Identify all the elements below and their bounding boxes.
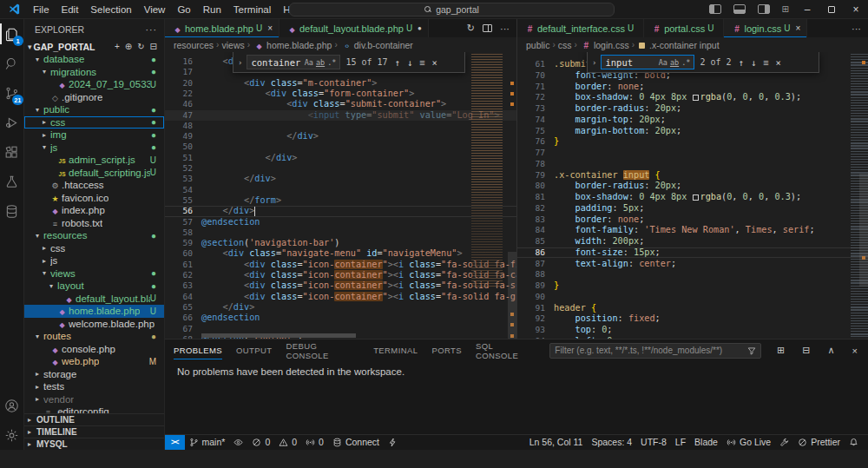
maximize-panel-icon[interactable]: ∧ (826, 345, 837, 356)
match-case-icon[interactable]: Aa (305, 58, 313, 67)
code-editor[interactable]: 16 <div class="b-container">17 nt20 <div… (165, 52, 516, 339)
file-default-layout-blade-php[interactable]: ◆default_layout.blade.phpU (24, 293, 164, 306)
scrollbar-slider[interactable] (508, 252, 516, 339)
close-find-icon[interactable]: × (774, 57, 783, 68)
file-console-php[interactable]: ◆console.php (24, 343, 164, 356)
ports[interactable]: 0 (301, 435, 328, 450)
view-as-table-icon[interactable]: ⊞ (775, 345, 786, 356)
menu-go[interactable]: Go (171, 3, 196, 16)
file-home-blade-php[interactable]: ◆home.blade.phpU (24, 305, 164, 318)
tab-portal-css[interactable]: #portal.cssU (644, 19, 724, 37)
folder-layout[interactable]: ▾layout● (24, 280, 164, 293)
file-2024-07-19-053326-creat-[interactable]: ◆2024_07_19_053326_creat...U (24, 78, 164, 91)
explorer-icon[interactable]: 1 (0, 19, 24, 49)
breadcrumb-item[interactable]: views (221, 40, 244, 50)
menu-file[interactable]: File (27, 3, 56, 16)
panel-tab-output[interactable]: OUTPUT (236, 339, 272, 361)
power[interactable] (384, 435, 402, 450)
panel-tab-debug-console[interactable]: DEBUG CONSOLE (286, 339, 359, 361)
minimize-button[interactable]: – (795, 0, 819, 19)
refresh-icon[interactable]: ↻ (137, 42, 144, 51)
folder-database[interactable]: ▾database● (24, 53, 164, 66)
folder-migrations[interactable]: ▾migrations● (24, 66, 164, 79)
menu-view[interactable]: View (138, 3, 172, 16)
source-control-icon[interactable]: 21 (0, 78, 24, 108)
file-web-php[interactable]: ◆web.phpM (24, 355, 164, 368)
testing-icon[interactable] (0, 167, 24, 196)
file-welcome-blade-php[interactable]: ◆welcome.blade.php (24, 318, 164, 331)
horizontal-scrollbar[interactable] (201, 333, 356, 338)
breadcrumb-item[interactable]: ‹›div.b-container (340, 40, 413, 50)
breadcrumb-item[interactable]: public (526, 40, 549, 50)
language-mode[interactable]: Blade (690, 435, 722, 450)
file--htaccess[interactable]: ⚙.htaccess (24, 179, 164, 192)
tab-login-css[interactable]: #login.cssU× (724, 19, 807, 37)
find-in-selection-icon[interactable]: ≡ (418, 57, 426, 68)
file-index-php[interactable]: ◆index.php (24, 204, 164, 217)
folder-routes[interactable]: ▾routes● (24, 330, 164, 343)
folder-tests[interactable]: ▸tests (24, 380, 164, 393)
folder-js[interactable]: ▾js● (24, 142, 164, 155)
folder-public[interactable]: ▾public● (24, 103, 164, 116)
prettier[interactable]: Prettier (793, 435, 845, 450)
tab-default-interface-css[interactable]: #default_interface.cssU (517, 19, 644, 37)
scrollbar-slider[interactable] (859, 174, 868, 287)
folder-vendor[interactable]: ▸vendor (24, 393, 164, 406)
folder-resources[interactable]: ▾resources● (24, 229, 164, 242)
new-file-icon[interactable]: + (115, 42, 120, 51)
folder-css[interactable]: ▸css (24, 242, 164, 255)
panel-tab-sql-console[interactable]: SQL CONSOLE (476, 339, 536, 361)
menu-selection[interactable]: Selection (84, 3, 137, 16)
previous-match-icon[interactable]: ↑ (737, 57, 746, 68)
find-input[interactable]: inputAaab.* (601, 55, 694, 69)
settings-icon[interactable] (0, 420, 24, 450)
workspace-root-row[interactable]: ▾ GAP_PORTAL + ⊕ ↻ ⊟ (24, 40, 164, 53)
next-match-icon[interactable]: ↓ (749, 57, 758, 68)
encoding[interactable]: UTF-8 (636, 435, 671, 450)
extensions-icon[interactable] (0, 137, 24, 167)
toggle-sidebar-icon[interactable] (709, 4, 721, 14)
more-actions-icon[interactable]: ··· (852, 23, 861, 34)
section-outline[interactable]: ▸OUTLINE (24, 413, 164, 425)
folder-storage[interactable]: ▸storage (24, 368, 164, 381)
panel-tab-problems[interactable]: PROBLEMS (174, 339, 222, 361)
breadcrumb-item[interactable]: .x-container input (637, 40, 720, 50)
menu-terminal[interactable]: Terminal (227, 3, 277, 16)
sync-icon[interactable]: ↻ (467, 23, 475, 34)
problems-filter-input[interactable]: Filter (e.g. text, **/*.ts, !**/node_mod… (549, 343, 761, 359)
section-timeline[interactable]: ▸TIMELINE (24, 425, 164, 438)
folder-js[interactable]: ▸js (24, 254, 164, 267)
tools[interactable] (775, 435, 793, 450)
panel-tab-terminal[interactable]: TERMINAL (373, 339, 418, 361)
git-branch[interactable]: main* (185, 435, 230, 450)
breadcrumb-item[interactable]: ◆home.blade.php (253, 40, 332, 50)
cursor-position[interactable]: Ln 56, Col 11 (525, 435, 588, 450)
collapse-all-icon[interactable]: ⊟ (800, 345, 812, 356)
toggle-replace-icon[interactable]: › (237, 58, 243, 67)
whole-word-icon[interactable]: ab (316, 58, 325, 67)
toggle-secondary-sidebar-icon[interactable] (758, 4, 770, 14)
close-window-button[interactable]: × (844, 0, 868, 19)
tab-default-layout-blade-php[interactable]: ◆default_layout.blade.phpU● (279, 19, 429, 37)
close-icon[interactable]: × (267, 23, 273, 33)
minimap[interactable] (471, 54, 503, 287)
run-debug-icon[interactable] (0, 108, 24, 137)
warnings[interactable]: 0 (274, 435, 301, 450)
collapse-folders-icon[interactable]: ⊟ (150, 42, 157, 51)
tab-home-blade-php[interactable]: ◆home.blade.phpU× (165, 19, 279, 37)
whole-word-icon[interactable]: ab (670, 58, 679, 67)
sql-connect[interactable]: Connect (328, 435, 384, 450)
breadcrumb-item[interactable]: resources (174, 40, 214, 50)
file-favicon-ico[interactable]: ★favicon.ico (24, 192, 164, 205)
find-in-selection-icon[interactable]: ≡ (761, 57, 770, 68)
gitlens-blame[interactable] (229, 435, 247, 450)
file-admin-script-js[interactable]: JSadmin_script.jsU (24, 154, 164, 167)
customize-layout-icon[interactable]: ⊞ (782, 4, 789, 14)
file--gitignore[interactable]: ◇.gitignore (24, 91, 164, 104)
breadcrumb-item[interactable]: css (558, 40, 572, 50)
menu-run[interactable]: Run (197, 3, 227, 16)
file-default-scripting-js[interactable]: JSdefault_scripting.jsU (24, 167, 164, 180)
panel-tab-ports[interactable]: PORTS (431, 339, 462, 361)
next-match-icon[interactable]: ↓ (405, 57, 414, 68)
command-center-search[interactable]: gap_portal (289, 3, 615, 16)
